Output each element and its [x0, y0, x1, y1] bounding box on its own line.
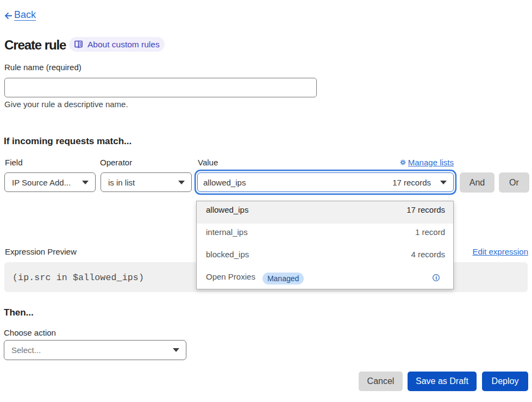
- svg-text:i: i: [435, 275, 437, 281]
